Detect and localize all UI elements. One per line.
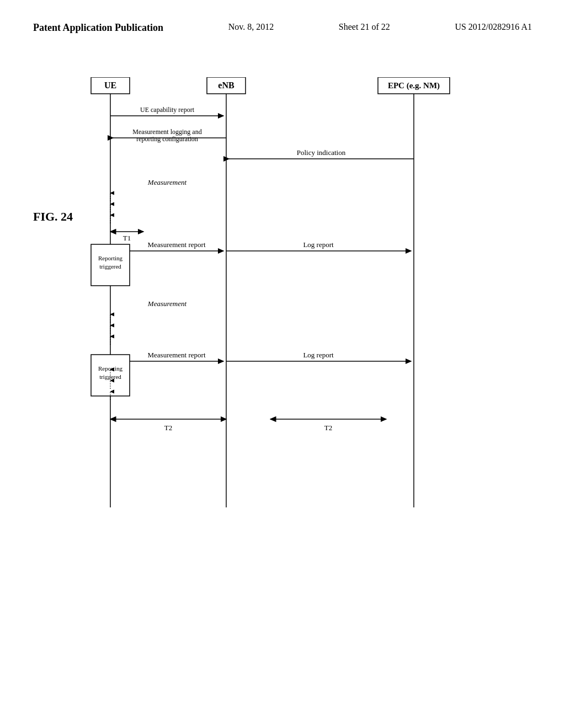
svg-text:T1: T1 (123, 234, 131, 242)
svg-text:Log report: Log report (303, 240, 334, 249)
sheet-info: Sheet 21 of 22 (339, 22, 390, 32)
svg-text:Policy indication: Policy indication (297, 148, 346, 157)
svg-text:reporting configuration: reporting configuration (136, 135, 198, 143)
svg-text:Measurement logging and: Measurement logging and (132, 128, 201, 136)
svg-text:Measurement report: Measurement report (147, 240, 205, 249)
svg-text:UE capability report: UE capability report (140, 106, 195, 114)
diagram-svg: UE eNB EPC (e.g. NM) UE capability repor… (66, 77, 541, 574)
svg-text:Reporting: Reporting (98, 255, 122, 261)
svg-text:Measurement report: Measurement report (147, 351, 205, 359)
page-header: Patent Application Publication Nov. 8, 2… (0, 0, 565, 45)
svg-text:Measurement: Measurement (147, 299, 187, 308)
publication-title: Patent Application Publication (33, 22, 163, 34)
svg-text:Measurement: Measurement (147, 178, 187, 186)
svg-text:EPC (e.g. NM): EPC (e.g. NM) (388, 81, 440, 90)
patent-number: US 2012/0282916 A1 (455, 22, 532, 32)
svg-text:Log report: Log report (303, 351, 334, 359)
svg-text:UE: UE (104, 81, 116, 90)
publication-date: Nov. 8, 2012 (228, 22, 274, 32)
svg-text:T2: T2 (324, 424, 332, 432)
svg-text:eNB: eNB (218, 81, 234, 90)
svg-text:T2: T2 (164, 424, 172, 432)
svg-text:triggered: triggered (99, 263, 121, 270)
